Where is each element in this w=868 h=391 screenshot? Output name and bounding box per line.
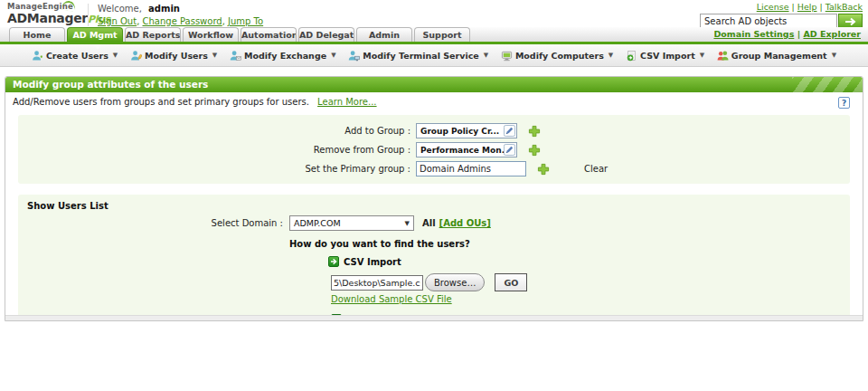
jump-to-link[interactable]: Jump To	[228, 16, 263, 26]
toolbar-item-modify-users[interactable]: Modify Users ▼	[130, 50, 217, 62]
change-password-link[interactable]: Change Password	[143, 16, 222, 26]
toolbar-item-label: Modify Terminal Service	[363, 51, 478, 61]
user-terminal-icon	[348, 50, 360, 62]
toolbar-item-group-management[interactable]: Group Management ▼	[717, 50, 836, 62]
clear-button[interactable]: Clear	[584, 164, 608, 174]
show-users-heading: Show Users List	[18, 201, 850, 211]
download-sample-csv-link[interactable]: Download Sample CSV File	[331, 294, 452, 304]
toolbar-item-label: Modify Computers	[515, 51, 604, 61]
chevron-down-icon: ▼	[484, 52, 488, 59]
toolbar-item-label: Create Users	[46, 51, 108, 61]
license-link[interactable]: License	[757, 2, 789, 12]
toolbar-item-modify-exchange[interactable]: Modify Exchange ▼	[230, 50, 336, 62]
separator: ,	[222, 16, 225, 26]
find-users-question: How do you want to find the users?	[289, 239, 850, 249]
separator: |	[820, 2, 823, 12]
tab-ad-mgmt[interactable]: AD Mgmt	[67, 27, 123, 42]
username: admin	[148, 4, 180, 14]
add-to-group-field[interactable]: Group Policy Cr...	[416, 123, 517, 138]
domain-select[interactable]: ADMP.COM ▼	[289, 215, 414, 231]
toolbar-item-csv-import[interactable]: CSV Import ▼	[626, 50, 704, 62]
download-row: Download Sample CSV File	[331, 294, 850, 304]
user-edit-icon	[130, 50, 142, 62]
panel-bottom-strip	[5, 315, 863, 320]
user-add-icon	[32, 50, 43, 62]
green-arrow-icon	[328, 256, 339, 267]
welcome-block: Welcome, admin Sign Out, Change Password…	[88, 4, 263, 26]
edit-pencil-icon[interactable]	[504, 144, 515, 156]
chevron-down-icon: ▼	[832, 52, 836, 59]
select-domain-label: Select Domain :	[18, 218, 289, 228]
help-link[interactable]: Help	[797, 2, 817, 12]
tab-workflow[interactable]: Workflow	[183, 27, 239, 42]
chevron-down-icon: ▼	[331, 52, 335, 59]
help-icon[interactable]: ?	[838, 97, 850, 109]
page-title: Modify group attributes of the users	[13, 79, 208, 90]
tab-automation[interactable]: Automation	[241, 27, 297, 42]
top-header: ManageEngine ADManagerPlus Welcome, admi…	[0, 0, 868, 27]
tab-home[interactable]: Home	[9, 27, 65, 42]
session-links: Sign Out, Change Password, Jump To	[98, 16, 263, 26]
select-arrow-icon: ▼	[405, 220, 410, 227]
add-to-group-row: Add to Group : Group Policy Cr...	[18, 123, 850, 138]
csv-file-input[interactable]	[331, 275, 423, 291]
main-tabbar: Home AD Mgmt AD Reports Workflow Automat…	[0, 27, 868, 42]
user-exchange-icon	[230, 50, 241, 62]
toolbar-item-create-users[interactable]: Create Users ▼	[32, 50, 118, 62]
primary-group-input[interactable]	[416, 161, 526, 176]
tab-ad-delegation[interactable]: AD Delegation	[298, 27, 354, 42]
primary-group-plus-icon[interactable]	[537, 163, 550, 176]
select-domain-row: Select Domain : ADMP.COM ▼ All [Add OUs]	[18, 215, 850, 231]
welcome-line: Welcome, admin	[98, 4, 263, 14]
add-group-plus-icon[interactable]	[528, 125, 541, 138]
computer-icon	[501, 50, 513, 62]
tab-support[interactable]: Support	[414, 27, 470, 42]
content-panel: Modify group attributes of the users Add…	[5, 76, 863, 321]
utility-links: License | Help | TalkBack	[700, 2, 863, 12]
domain-settings-link[interactable]: Domain Settings	[713, 29, 794, 39]
search-arrow-icon	[844, 17, 857, 26]
browse-button[interactable]: Browse…	[425, 273, 485, 291]
topbar-right: License | Help | TalkBack	[700, 2, 863, 29]
toolbar-item-label: CSV Import	[640, 51, 695, 61]
group-attributes-form: Add to Group : Group Policy Cr... Remove…	[18, 115, 850, 184]
toolbar-item-label: Modify Exchange	[244, 51, 326, 61]
all-label: All	[422, 218, 436, 228]
show-users-section: Show Users List Select Domain : ADMP.COM…	[18, 195, 850, 321]
chevron-down-icon: ▼	[113, 52, 118, 59]
quick-links: Domain Settings | AD Explorer	[713, 29, 861, 39]
csv-import-label: CSV Import	[344, 257, 401, 267]
logo-line2-text: ADManager	[7, 11, 88, 25]
group-icon	[717, 50, 729, 62]
add-to-group-value: Group Policy Cr...	[420, 127, 504, 136]
active-tab-notch	[92, 44, 103, 49]
remove-group-plus-icon[interactable]	[528, 144, 541, 157]
add-ous-link[interactable]: [Add OUs]	[439, 218, 491, 228]
chevron-down-icon: ▼	[700, 52, 704, 59]
learn-more-link[interactable]: Learn More...	[317, 97, 376, 107]
toolbar-item-modify-computers[interactable]: Modify Computers ▼	[501, 50, 613, 62]
toolbar-item-label: Group Management	[731, 51, 827, 61]
separator: |	[792, 2, 795, 12]
ad-explorer-link[interactable]: AD Explorer	[803, 29, 861, 39]
page-description-row: Add/Remove users from groups and set pri…	[5, 92, 863, 110]
separator: |	[797, 29, 800, 39]
tab-ad-reports[interactable]: AD Reports	[125, 27, 181, 42]
toolbar-item-modify-terminal-service[interactable]: Modify Terminal Service ▼	[348, 50, 488, 62]
remove-from-group-label: Remove from Group :	[18, 145, 416, 155]
chevron-down-icon: ▼	[212, 52, 217, 59]
page-description: Add/Remove users from groups and set pri…	[13, 97, 309, 107]
go-button[interactable]: GO	[495, 273, 527, 291]
action-toolbar: Create Users ▼ Modify Users ▼ Modify Exc…	[0, 44, 868, 67]
page-title-bar: Modify group attributes of the users	[5, 77, 863, 92]
edit-pencil-icon[interactable]	[504, 125, 515, 137]
domain-select-value: ADMP.COM	[294, 218, 405, 228]
csv-import-heading: CSV Import	[328, 256, 850, 267]
welcome-label: Welcome,	[98, 4, 142, 14]
talkback-link[interactable]: TalkBack	[826, 2, 863, 12]
tab-admin[interactable]: Admin	[356, 27, 412, 42]
remove-from-group-field[interactable]: Performance Mon...	[416, 142, 517, 157]
sign-out-link[interactable]: Sign Out	[98, 16, 137, 26]
remove-from-group-row: Remove from Group : Performance Mon...	[18, 142, 850, 157]
csv-import-icon	[626, 50, 637, 62]
